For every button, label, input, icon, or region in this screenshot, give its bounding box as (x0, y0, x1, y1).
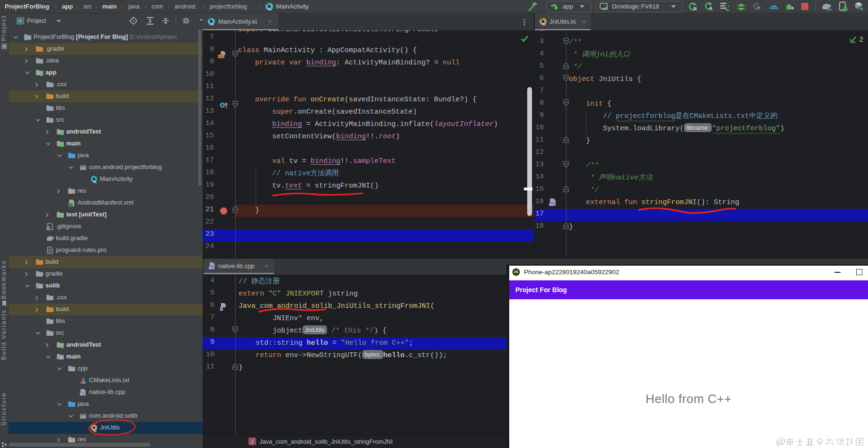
svg-text:<>: <> (219, 55, 223, 59)
svg-text:@: @ (776, 437, 785, 447)
svg-text:C++: C++ (209, 267, 214, 269)
svg-text:C++: C++ (80, 393, 85, 395)
svg-text:C++: C++ (549, 203, 555, 206)
svg-text:A: A (709, 6, 713, 11)
svg-text:MF: MF (69, 203, 73, 206)
